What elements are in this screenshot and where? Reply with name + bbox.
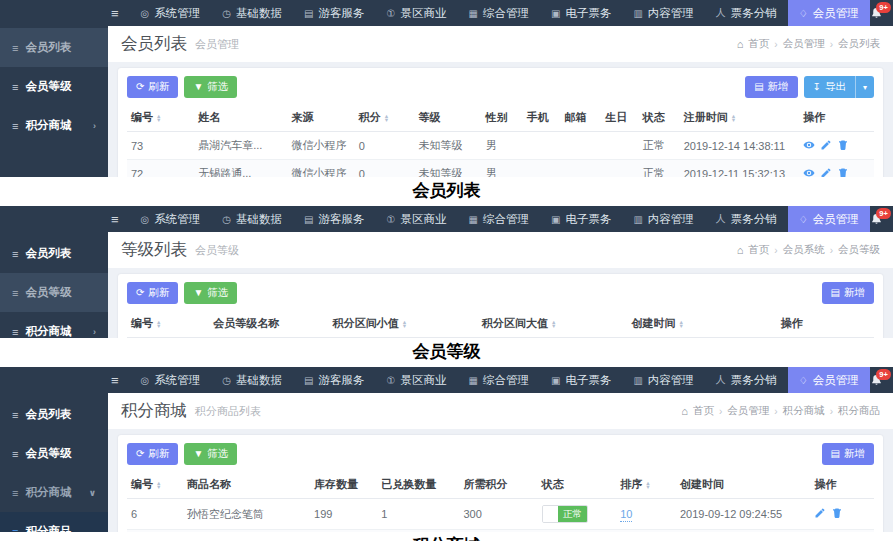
menu-toggle-icon[interactable]: ≡ — [100, 0, 130, 26]
nav-tab-基础数据[interactable]: ◷基础数据 — [211, 367, 293, 393]
nav-tab-综合管理[interactable]: ▦综合管理 — [457, 367, 539, 393]
sidebar-item-会员列表[interactable]: ≡会员列表 — [0, 234, 108, 273]
nav-tab-综合管理[interactable]: ▦综合管理 — [457, 206, 539, 232]
column-header[interactable]: 排序▲▼ — [616, 471, 676, 499]
refresh-button-label: 刷新 — [148, 286, 169, 300]
filter-button[interactable]: ▼筛选 — [184, 282, 237, 304]
nav-tab-景区商业[interactable]: ①景区商业 — [376, 0, 458, 26]
column-header[interactable]: 创建时间▲▼ — [627, 310, 776, 338]
sidebar-item-会员列表[interactable]: ≡会员列表 — [0, 28, 108, 67]
export-split-button: ↧导出▾ — [804, 76, 874, 98]
sidebar-item-会员等级[interactable]: ≡会员等级 — [0, 273, 108, 312]
edit-icon[interactable] — [820, 139, 832, 151]
nav-tab-内容管理[interactable]: ▥内容管理 — [622, 0, 704, 26]
nav-tab-会员管理[interactable]: ♢会员管理 — [788, 206, 870, 232]
breadcrumb-item[interactable]: 会员管理 — [783, 37, 825, 51]
sort-icon[interactable]: ▲▼ — [678, 320, 683, 329]
nav-tab-内容管理[interactable]: ▥内容管理 — [622, 367, 704, 393]
breadcrumb-item[interactable]: 会员系统 — [783, 243, 825, 257]
sidebar-item-会员列表[interactable]: ≡会员列表 — [0, 395, 108, 434]
sort-icon[interactable]: ▲▼ — [384, 114, 389, 123]
add-button[interactable]: ▤新增 — [822, 282, 874, 304]
add-button[interactable]: ▤新增 — [745, 76, 797, 98]
nav-tab-系统管理[interactable]: ◎系统管理 — [130, 367, 212, 393]
nav-tab-电子票务[interactable]: ▣电子票务 — [540, 0, 622, 26]
breadcrumb-item[interactable]: 积分商城 — [783, 404, 825, 418]
sort-value-link[interactable]: 10 — [620, 508, 632, 522]
status-toggle[interactable]: 正常 — [542, 505, 588, 523]
menu-toggle-icon[interactable]: ≡ — [100, 367, 130, 393]
notification-bell-icon[interactable]: 9+ — [870, 213, 883, 226]
nav-tab-电子票务[interactable]: ▣电子票务 — [540, 206, 622, 232]
view-icon[interactable] — [803, 139, 815, 151]
nav-tab-游客服务[interactable]: ▤游客服务 — [293, 0, 375, 26]
filter-icon: ▼ — [193, 449, 203, 459]
sidebar-item-积分商品[interactable]: ≡积分商品 — [0, 512, 108, 532]
sidebar-item-积分商城[interactable]: ≡积分商城› — [0, 312, 108, 338]
nav-tab-内容管理[interactable]: ▥内容管理 — [622, 206, 704, 232]
column-header[interactable]: 编号▲▼ — [127, 471, 183, 499]
menu-toggle-icon[interactable]: ≡ — [100, 206, 130, 232]
notification-bell-icon[interactable]: 9+ — [870, 374, 883, 387]
refresh-button[interactable]: ⟳刷新 — [127, 443, 178, 465]
nav-tab-游客服务[interactable]: ▤游客服务 — [293, 367, 375, 393]
refresh-button[interactable]: ⟳刷新 — [127, 76, 178, 98]
sort-icon[interactable]: ▲▼ — [156, 114, 161, 123]
nav-tab-景区商业[interactable]: ①景区商业 — [376, 367, 458, 393]
column-header[interactable]: 积分▲▼ — [355, 104, 415, 132]
breadcrumb-item[interactable]: 会员列表 — [838, 37, 880, 51]
nav-tab-票务分销[interactable]: 人票务分销 — [705, 367, 788, 393]
nav-tab-电子票务[interactable]: ▣电子票务 — [540, 367, 622, 393]
delete-icon[interactable] — [831, 507, 843, 519]
sidebar-item-会员等级[interactable]: ≡会员等级 — [0, 434, 108, 473]
breadcrumb-item[interactable]: 首页 — [748, 243, 769, 257]
nav-tab-基础数据[interactable]: ◷基础数据 — [211, 206, 293, 232]
nav-tab-基础数据[interactable]: ◷基础数据 — [211, 0, 293, 26]
sort-icon[interactable]: ▲▼ — [156, 320, 161, 329]
breadcrumb-item[interactable]: 会员管理 — [727, 404, 769, 418]
delete-icon[interactable] — [837, 139, 849, 151]
sidebar-item-积分商城[interactable]: ≡积分商城› — [0, 106, 108, 145]
breadcrumb-item[interactable]: 会员等级 — [838, 243, 880, 257]
export-button[interactable]: ↧导出 — [804, 76, 855, 98]
breadcrumb-item[interactable]: 首页 — [693, 404, 714, 418]
sidebar-item-积分商城[interactable]: ≡积分商城∨ — [0, 473, 108, 512]
filter-button[interactable]: ▼筛选 — [184, 443, 237, 465]
column-header[interactable]: 编号▲▼ — [127, 310, 209, 338]
column-header[interactable]: 注册时间▲▼ — [680, 104, 800, 132]
breadcrumb-item[interactable]: 积分商品 — [838, 404, 880, 418]
nav-tab-综合管理[interactable]: ▦综合管理 — [457, 0, 539, 26]
column-header[interactable]: 编号▲▼ — [127, 104, 194, 132]
sort-icon[interactable]: ▲▼ — [645, 481, 650, 490]
add-button[interactable]: ▤新增 — [822, 443, 874, 465]
sort-icon[interactable]: ▲▼ — [731, 114, 736, 123]
column-header[interactable]: 积分区间大值▲▼ — [478, 310, 627, 338]
table-cell: 孙悟空纪念头箍 — [183, 530, 310, 533]
nav-tab-会员管理[interactable]: ♢会员管理 — [788, 367, 870, 393]
table-cell: 5000 — [478, 338, 627, 339]
screenshot-panel-points-mall: ≡◎系统管理◷基础数据▤游客服务①景区商业▦综合管理▣电子票务▥内容管理人票务分… — [0, 367, 893, 532]
filter-button[interactable]: ▼筛选 — [184, 76, 237, 98]
view-icon[interactable] — [803, 167, 815, 178]
nav-tab-系统管理[interactable]: ◎系统管理 — [130, 206, 212, 232]
column-header[interactable]: 积分区间小值▲▼ — [329, 310, 478, 338]
nav-tab-景区商业[interactable]: ①景区商业 — [376, 206, 458, 232]
nav-tab-会员管理[interactable]: ♢会员管理 — [788, 0, 870, 26]
sort-icon[interactable]: ▲▼ — [156, 481, 161, 490]
export-caret-button[interactable]: ▾ — [855, 76, 874, 98]
refresh-button[interactable]: ⟳刷新 — [127, 282, 178, 304]
nav-tab-系统管理[interactable]: ◎系统管理 — [130, 0, 212, 26]
edit-icon[interactable] — [814, 507, 826, 519]
sidebar-item-会员等级[interactable]: ≡会员等级 — [0, 67, 108, 106]
nav-tab-票务分销[interactable]: 人票务分销 — [705, 206, 788, 232]
nav-tab-游客服务[interactable]: ▤游客服务 — [293, 206, 375, 232]
sort-icon[interactable]: ▲▼ — [551, 320, 556, 329]
sort-icon[interactable]: ▲▼ — [402, 320, 407, 329]
nav-tab-label: 基础数据 — [236, 373, 282, 388]
edit-icon[interactable] — [820, 167, 832, 178]
delete-icon[interactable] — [837, 167, 849, 178]
sidebar-item-label: 会员列表 — [25, 246, 71, 261]
nav-tab-票务分销[interactable]: 人票务分销 — [705, 0, 788, 26]
notification-bell-icon[interactable]: 9+ — [870, 7, 883, 20]
breadcrumb-item[interactable]: 首页 — [748, 37, 769, 51]
